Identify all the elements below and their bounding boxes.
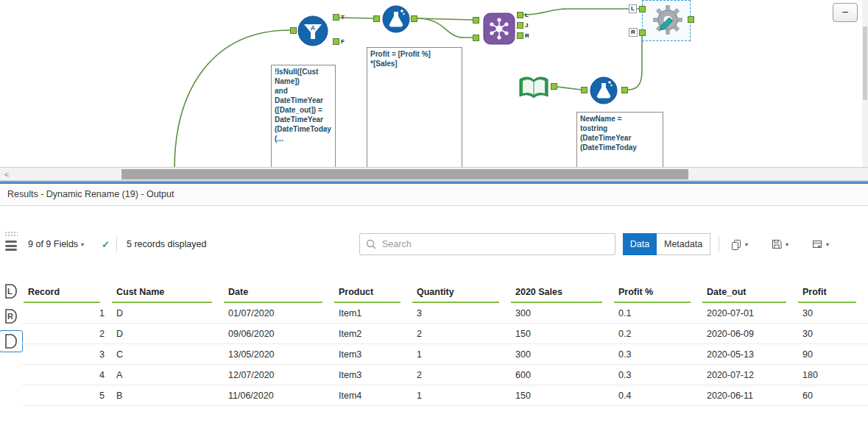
horizontal-scroll-thumb[interactable] <box>121 169 688 179</box>
rename-right-input-anchor[interactable] <box>639 29 646 36</box>
flask-icon <box>381 4 411 34</box>
save-results-button[interactable]: ▾ <box>769 237 790 252</box>
table-cell: 09/06/2020 <box>222 329 333 339</box>
input-anchor-R-button[interactable]: R <box>1 307 21 326</box>
zoom-out-button[interactable]: − <box>833 3 858 22</box>
search-input[interactable] <box>359 233 615 255</box>
filter-annotation[interactable]: !IsNull([Cust Name]) and DateTimeYear ([… <box>271 65 336 168</box>
column-type-bar <box>412 302 499 303</box>
column-header-record[interactable]: Record <box>22 284 110 303</box>
join-left-output-anchor[interactable] <box>517 12 523 18</box>
join-tool[interactable] <box>482 12 516 49</box>
formula-annotation[interactable]: Profit = [Profit %] *[Sales] <box>367 47 462 168</box>
toolbar-separator <box>116 236 117 252</box>
workflow-canvas[interactable]: !IsNull([Cust Name]) and DateTimeYear ([… <box>0 0 868 168</box>
scroll-left-button[interactable]: < <box>0 168 13 180</box>
table-row[interactable]: 4A12/07/2020Item326000.32020-07-12180 <box>22 365 868 385</box>
table-cell: 0.4 <box>613 391 701 401</box>
alteryx-designer-window: !IsNull([Cust Name]) and DateTimeYear ([… <box>0 0 868 431</box>
table-cell: 300 <box>509 308 613 318</box>
table-row[interactable]: 3C13/05/2020Item313000.32020-05-1390 <box>22 344 868 365</box>
rename-output-anchor[interactable] <box>688 16 694 23</box>
anchor-label-J: J <box>525 23 528 29</box>
dynamic-rename-tool[interactable] <box>651 3 685 40</box>
fields-dropdown[interactable]: 9 of 9 Fields ▾ <box>28 239 84 249</box>
formula2-annotation[interactable]: NewName = tostring (DateTimeYear (DateTi… <box>576 112 663 168</box>
column-header-date-out[interactable]: Date_out <box>701 284 797 303</box>
data-tab-button[interactable]: Data <box>623 233 657 255</box>
table-cell: 3 <box>22 349 110 360</box>
table-cell: 600 <box>509 370 613 380</box>
canvas-horizontal-scrollbar[interactable]: < <box>0 168 868 181</box>
formula-input-anchor[interactable] <box>373 15 380 22</box>
copy-results-button[interactable]: ▾ <box>729 237 749 252</box>
column-header-product[interactable]: Product <box>333 284 411 303</box>
rename-left-anchor-label: L <box>629 4 637 13</box>
formula-output-anchor[interactable] <box>411 15 417 22</box>
column-header-2020-sales[interactable]: 2020 Sales <box>509 284 613 303</box>
drag-grip-icon[interactable] <box>4 231 18 236</box>
anchor-label-L: L <box>525 13 529 18</box>
output-anchor-icon <box>1 332 21 351</box>
column-type-bar <box>511 302 602 303</box>
join-right-output-anchor[interactable] <box>517 32 523 39</box>
table-cell: Item1 <box>333 308 411 318</box>
join-left-input-anchor[interactable] <box>473 17 479 24</box>
input-anchor-L-button[interactable]: L <box>1 282 21 301</box>
new-window-button[interactable]: ▾ <box>810 237 830 252</box>
formula-tool[interactable] <box>381 4 411 37</box>
filter-true-anchor[interactable] <box>333 14 339 21</box>
results-main: 9 of 9 Fields ▾ ✓ 5 records displayed Da… <box>22 206 868 431</box>
column-type-bar <box>614 302 691 303</box>
svg-text:R: R <box>7 312 13 321</box>
formula2-input-anchor[interactable] <box>581 87 588 93</box>
table-cell: Item2 <box>333 329 411 339</box>
table-cell: 2020-07-01 <box>701 308 797 318</box>
formula-tool-2[interactable] <box>589 76 618 108</box>
results-io-strip: L R <box>0 206 22 431</box>
table-cell: 13/05/2020 <box>222 349 333 360</box>
join-join-output-anchor[interactable] <box>517 22 523 29</box>
canvas-vertical-scrollbar[interactable] <box>862 0 868 167</box>
metadata-tab-button[interactable]: Metadata <box>657 233 710 255</box>
vertical-scroll-thumb[interactable] <box>863 26 867 100</box>
column-header-date[interactable]: Date <box>222 284 333 303</box>
table-cell: 30 <box>797 329 867 339</box>
input-data-output-anchor[interactable] <box>551 83 557 90</box>
column-header-profit-[interactable]: Profit % <box>613 284 701 303</box>
filter-tool[interactable]: A <box>297 15 329 50</box>
table-row[interactable]: 2D09/06/2020Item221500.22020-06-0930 <box>22 324 868 344</box>
table-cell: 12/07/2020 <box>222 370 333 380</box>
table-cell: 0.2 <box>613 329 701 339</box>
filter-false-anchor[interactable] <box>333 38 339 45</box>
column-header-profit[interactable]: Profit <box>797 284 867 303</box>
table-cell: 150 <box>509 329 613 339</box>
column-header-quantity[interactable]: Quantity <box>411 284 509 303</box>
table-cell: D <box>110 308 222 318</box>
table-cell: 0.3 <box>613 370 701 380</box>
table-cell: 90 <box>797 349 867 360</box>
open-new-window-icon <box>811 238 823 250</box>
results-config-toggle[interactable] <box>4 239 18 252</box>
records-displayed-text: 5 records displayed <box>127 239 206 249</box>
join-right-input-anchor[interactable] <box>473 35 479 41</box>
table-row[interactable]: 1D01/07/2020Item133000.12020-07-0130 <box>22 303 868 324</box>
table-header-row: RecordCust NameDateProductQuantity2020 S… <box>22 284 868 303</box>
results-table: RecordCust NameDateProductQuantity2020 S… <box>22 284 868 406</box>
column-header-cust-name[interactable]: Cust Name <box>110 284 222 303</box>
formula2-output-anchor[interactable] <box>621 87 628 93</box>
column-type-bar <box>334 302 401 303</box>
rename-left-input-anchor[interactable] <box>639 6 646 13</box>
filter-input-anchor[interactable] <box>290 27 297 34</box>
chevron-down-icon: ▾ <box>81 241 84 248</box>
table-cell: Item3 <box>333 370 411 380</box>
table-cell: C <box>110 349 222 360</box>
anchor-label-R: R <box>525 33 529 39</box>
output-anchor-button-selected[interactable] <box>0 330 23 352</box>
svg-text:L: L <box>7 287 13 296</box>
table-row[interactable]: 5B11/06/2020Item411500.42020-06-1160 <box>22 385 868 406</box>
input-data-tool[interactable] <box>517 74 551 106</box>
table-cell: 1 <box>411 349 509 360</box>
apply-check-icon[interactable]: ✓ <box>102 239 110 250</box>
rename-right-anchor-label: R <box>629 28 638 37</box>
